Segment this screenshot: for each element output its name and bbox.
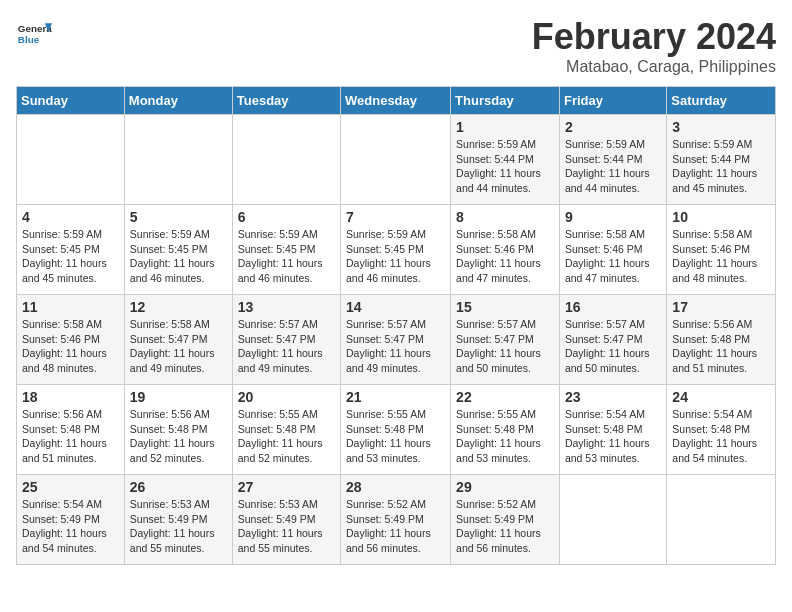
calendar-cell: 19Sunrise: 5:56 AM Sunset: 5:48 PM Dayli…	[124, 385, 232, 475]
day-number: 13	[238, 299, 335, 315]
day-info: Sunrise: 5:55 AM Sunset: 5:48 PM Dayligh…	[456, 407, 554, 466]
calendar-week-row: 11Sunrise: 5:58 AM Sunset: 5:46 PM Dayli…	[17, 295, 776, 385]
calendar-week-row: 4Sunrise: 5:59 AM Sunset: 5:45 PM Daylig…	[17, 205, 776, 295]
calendar-cell: 22Sunrise: 5:55 AM Sunset: 5:48 PM Dayli…	[451, 385, 560, 475]
calendar-table: SundayMondayTuesdayWednesdayThursdayFrid…	[16, 86, 776, 565]
calendar-cell: 15Sunrise: 5:57 AM Sunset: 5:47 PM Dayli…	[451, 295, 560, 385]
col-header-sunday: Sunday	[17, 87, 125, 115]
col-header-friday: Friday	[559, 87, 666, 115]
day-info: Sunrise: 5:56 AM Sunset: 5:48 PM Dayligh…	[22, 407, 119, 466]
calendar-cell	[124, 115, 232, 205]
day-number: 11	[22, 299, 119, 315]
day-info: Sunrise: 5:57 AM Sunset: 5:47 PM Dayligh…	[238, 317, 335, 376]
calendar-cell: 24Sunrise: 5:54 AM Sunset: 5:48 PM Dayli…	[667, 385, 776, 475]
calendar-title: February 2024	[532, 16, 776, 58]
day-info: Sunrise: 5:59 AM Sunset: 5:45 PM Dayligh…	[346, 227, 445, 286]
page-header: General Blue February 2024 Matabao, Cara…	[16, 16, 776, 76]
day-info: Sunrise: 5:52 AM Sunset: 5:49 PM Dayligh…	[456, 497, 554, 556]
calendar-cell: 25Sunrise: 5:54 AM Sunset: 5:49 PM Dayli…	[17, 475, 125, 565]
calendar-cell: 2Sunrise: 5:59 AM Sunset: 5:44 PM Daylig…	[559, 115, 666, 205]
calendar-cell: 28Sunrise: 5:52 AM Sunset: 5:49 PM Dayli…	[341, 475, 451, 565]
calendar-cell: 20Sunrise: 5:55 AM Sunset: 5:48 PM Dayli…	[232, 385, 340, 475]
day-number: 10	[672, 209, 770, 225]
calendar-cell	[232, 115, 340, 205]
day-number: 3	[672, 119, 770, 135]
day-info: Sunrise: 5:52 AM Sunset: 5:49 PM Dayligh…	[346, 497, 445, 556]
col-header-thursday: Thursday	[451, 87, 560, 115]
calendar-cell: 17Sunrise: 5:56 AM Sunset: 5:48 PM Dayli…	[667, 295, 776, 385]
day-number: 24	[672, 389, 770, 405]
calendar-cell: 12Sunrise: 5:58 AM Sunset: 5:47 PM Dayli…	[124, 295, 232, 385]
day-number: 19	[130, 389, 227, 405]
calendar-cell: 3Sunrise: 5:59 AM Sunset: 5:44 PM Daylig…	[667, 115, 776, 205]
calendar-cell: 21Sunrise: 5:55 AM Sunset: 5:48 PM Dayli…	[341, 385, 451, 475]
day-number: 4	[22, 209, 119, 225]
day-number: 23	[565, 389, 661, 405]
day-number: 2	[565, 119, 661, 135]
calendar-cell: 29Sunrise: 5:52 AM Sunset: 5:49 PM Dayli…	[451, 475, 560, 565]
day-number: 7	[346, 209, 445, 225]
calendar-cell: 13Sunrise: 5:57 AM Sunset: 5:47 PM Dayli…	[232, 295, 340, 385]
calendar-cell: 26Sunrise: 5:53 AM Sunset: 5:49 PM Dayli…	[124, 475, 232, 565]
day-info: Sunrise: 5:58 AM Sunset: 5:46 PM Dayligh…	[456, 227, 554, 286]
day-info: Sunrise: 5:54 AM Sunset: 5:48 PM Dayligh…	[565, 407, 661, 466]
calendar-cell	[341, 115, 451, 205]
day-number: 8	[456, 209, 554, 225]
calendar-cell: 18Sunrise: 5:56 AM Sunset: 5:48 PM Dayli…	[17, 385, 125, 475]
day-info: Sunrise: 5:55 AM Sunset: 5:48 PM Dayligh…	[238, 407, 335, 466]
day-number: 27	[238, 479, 335, 495]
calendar-cell: 14Sunrise: 5:57 AM Sunset: 5:47 PM Dayli…	[341, 295, 451, 385]
calendar-cell	[667, 475, 776, 565]
day-info: Sunrise: 5:58 AM Sunset: 5:47 PM Dayligh…	[130, 317, 227, 376]
day-number: 25	[22, 479, 119, 495]
day-number: 12	[130, 299, 227, 315]
calendar-cell: 23Sunrise: 5:54 AM Sunset: 5:48 PM Dayli…	[559, 385, 666, 475]
day-number: 20	[238, 389, 335, 405]
calendar-cell: 10Sunrise: 5:58 AM Sunset: 5:46 PM Dayli…	[667, 205, 776, 295]
calendar-cell	[17, 115, 125, 205]
logo: General Blue	[16, 16, 52, 52]
col-header-wednesday: Wednesday	[341, 87, 451, 115]
day-number: 18	[22, 389, 119, 405]
day-info: Sunrise: 5:57 AM Sunset: 5:47 PM Dayligh…	[565, 317, 661, 376]
day-number: 9	[565, 209, 661, 225]
day-number: 28	[346, 479, 445, 495]
day-info: Sunrise: 5:59 AM Sunset: 5:45 PM Dayligh…	[238, 227, 335, 286]
calendar-subtitle: Matabao, Caraga, Philippines	[532, 58, 776, 76]
day-number: 16	[565, 299, 661, 315]
day-number: 6	[238, 209, 335, 225]
day-number: 5	[130, 209, 227, 225]
day-info: Sunrise: 5:56 AM Sunset: 5:48 PM Dayligh…	[130, 407, 227, 466]
day-number: 17	[672, 299, 770, 315]
day-number: 15	[456, 299, 554, 315]
calendar-cell: 16Sunrise: 5:57 AM Sunset: 5:47 PM Dayli…	[559, 295, 666, 385]
calendar-week-row: 25Sunrise: 5:54 AM Sunset: 5:49 PM Dayli…	[17, 475, 776, 565]
calendar-cell	[559, 475, 666, 565]
day-number: 26	[130, 479, 227, 495]
day-info: Sunrise: 5:59 AM Sunset: 5:45 PM Dayligh…	[130, 227, 227, 286]
calendar-cell: 4Sunrise: 5:59 AM Sunset: 5:45 PM Daylig…	[17, 205, 125, 295]
day-info: Sunrise: 5:56 AM Sunset: 5:48 PM Dayligh…	[672, 317, 770, 376]
calendar-cell: 27Sunrise: 5:53 AM Sunset: 5:49 PM Dayli…	[232, 475, 340, 565]
col-header-monday: Monday	[124, 87, 232, 115]
calendar-week-row: 1Sunrise: 5:59 AM Sunset: 5:44 PM Daylig…	[17, 115, 776, 205]
day-info: Sunrise: 5:59 AM Sunset: 5:44 PM Dayligh…	[456, 137, 554, 196]
day-info: Sunrise: 5:57 AM Sunset: 5:47 PM Dayligh…	[456, 317, 554, 376]
col-header-tuesday: Tuesday	[232, 87, 340, 115]
calendar-cell: 5Sunrise: 5:59 AM Sunset: 5:45 PM Daylig…	[124, 205, 232, 295]
title-area: February 2024 Matabao, Caraga, Philippin…	[532, 16, 776, 76]
day-info: Sunrise: 5:59 AM Sunset: 5:44 PM Dayligh…	[672, 137, 770, 196]
day-info: Sunrise: 5:58 AM Sunset: 5:46 PM Dayligh…	[565, 227, 661, 286]
day-info: Sunrise: 5:53 AM Sunset: 5:49 PM Dayligh…	[238, 497, 335, 556]
calendar-cell: 11Sunrise: 5:58 AM Sunset: 5:46 PM Dayli…	[17, 295, 125, 385]
day-info: Sunrise: 5:57 AM Sunset: 5:47 PM Dayligh…	[346, 317, 445, 376]
day-info: Sunrise: 5:59 AM Sunset: 5:44 PM Dayligh…	[565, 137, 661, 196]
calendar-cell: 9Sunrise: 5:58 AM Sunset: 5:46 PM Daylig…	[559, 205, 666, 295]
day-info: Sunrise: 5:54 AM Sunset: 5:48 PM Dayligh…	[672, 407, 770, 466]
col-header-saturday: Saturday	[667, 87, 776, 115]
day-info: Sunrise: 5:54 AM Sunset: 5:49 PM Dayligh…	[22, 497, 119, 556]
calendar-cell: 7Sunrise: 5:59 AM Sunset: 5:45 PM Daylig…	[341, 205, 451, 295]
day-number: 21	[346, 389, 445, 405]
calendar-header-row: SundayMondayTuesdayWednesdayThursdayFrid…	[17, 87, 776, 115]
day-info: Sunrise: 5:53 AM Sunset: 5:49 PM Dayligh…	[130, 497, 227, 556]
